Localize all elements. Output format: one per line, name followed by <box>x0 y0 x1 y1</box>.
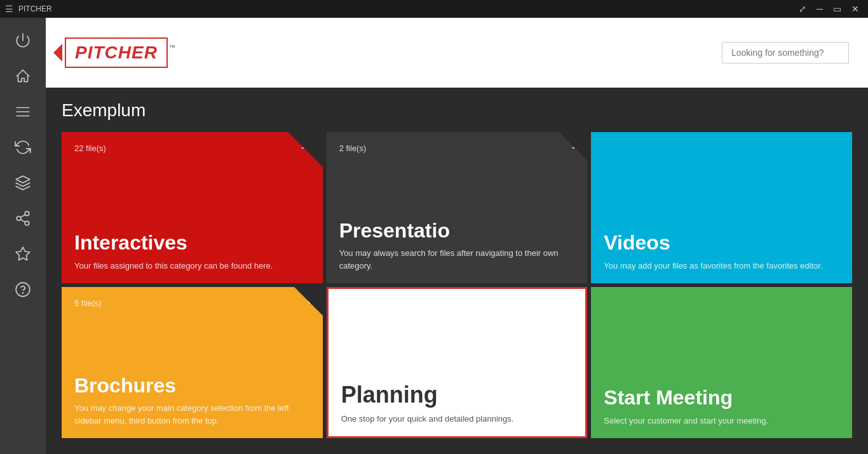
content-area: PITCHER ™ Exemplum 22 file(s) 19 Interac… <box>46 18 868 454</box>
sidebar-item-home[interactable] <box>6 60 39 93</box>
card-brochures[interactable]: 5 file(s) 5 Brochures You may change you… <box>62 287 323 438</box>
planning-description: One stop for your quick and detailed pla… <box>341 413 573 425</box>
presentations-badge: 2 <box>572 138 578 152</box>
sidebar <box>0 18 46 454</box>
card-meeting[interactable]: Start Meeting Select your customer and s… <box>591 287 852 438</box>
cards-grid: 22 file(s) 19 Interactives Your files as… <box>62 132 852 438</box>
main-content: Exemplum 22 file(s) 19 Interactives Your… <box>46 88 868 454</box>
sidebar-item-power[interactable] <box>6 24 39 57</box>
meeting-title: Start Meeting <box>604 387 839 409</box>
interactives-file-count: 22 file(s) <box>74 144 310 153</box>
interactives-title: Interactives <box>74 232 310 254</box>
fullscreen-button[interactable]: ⤢ <box>795 3 810 15</box>
app-body: PITCHER ™ Exemplum 22 file(s) 19 Interac… <box>0 18 868 454</box>
logo-container: PITCHER ™ <box>65 37 175 68</box>
titlebar: ☰ PITCHER ⤢ ─ ▭ ✕ <box>0 0 868 18</box>
videos-description: You may add your files as favorites from… <box>604 260 839 272</box>
sidebar-item-refresh[interactable] <box>6 131 39 164</box>
videos-title: Videos <box>604 232 839 254</box>
interactives-description: Your files assigned to this category can… <box>74 260 310 272</box>
brochures-description: You may change your main category select… <box>74 402 310 427</box>
svg-point-3 <box>16 283 30 297</box>
meeting-description: Select your customer and start your meet… <box>604 415 839 427</box>
logo-box: PITCHER <box>65 37 168 68</box>
svg-point-1 <box>17 217 21 221</box>
maximize-button[interactable]: ▭ <box>829 3 845 15</box>
interactives-badge: 19 <box>301 138 314 152</box>
brochures-file-count: 5 file(s) <box>74 298 310 308</box>
planning-title: Planning <box>341 382 573 408</box>
sidebar-item-list[interactable] <box>6 95 39 128</box>
brochures-title: Brochures <box>74 375 310 397</box>
card-interactives[interactable]: 22 file(s) 19 Interactives Your files as… <box>62 132 323 283</box>
logo-text: PITCHER <box>75 43 158 62</box>
titlebar-title: PITCHER <box>18 4 52 13</box>
brochures-badge: 5 <box>308 293 314 307</box>
minimize-button[interactable]: ─ <box>813 3 827 15</box>
section-title: Exemplum <box>62 100 852 121</box>
sidebar-item-star[interactable] <box>6 237 39 270</box>
svg-point-4 <box>22 293 23 293</box>
sidebar-item-share[interactable] <box>6 202 39 235</box>
titlebar-left: ☰ PITCHER <box>5 4 52 14</box>
presentations-title: Presentatio <box>339 220 575 242</box>
sidebar-item-help[interactable] <box>6 273 39 306</box>
card-videos[interactable]: Videos You may add your files as favorit… <box>591 132 852 283</box>
presentations-description: You may always search for files after na… <box>339 247 575 272</box>
search-input[interactable] <box>722 42 849 63</box>
presentations-file-count: 2 file(s) <box>339 144 575 153</box>
svg-point-0 <box>25 211 29 216</box>
card-presentations[interactable]: 2 file(s) 2 Presentatio You may always s… <box>327 132 588 283</box>
sidebar-item-layers[interactable] <box>6 166 39 199</box>
titlebar-controls: ⤢ ─ ▭ ✕ <box>795 3 863 15</box>
close-button[interactable]: ✕ <box>848 3 863 15</box>
svg-point-2 <box>25 221 29 225</box>
card-planning[interactable]: Planning One stop for your quick and det… <box>327 287 588 438</box>
logo-tm: ™ <box>169 44 175 51</box>
header: PITCHER ™ <box>46 18 868 88</box>
hamburger-icon[interactable]: ☰ <box>5 4 13 14</box>
